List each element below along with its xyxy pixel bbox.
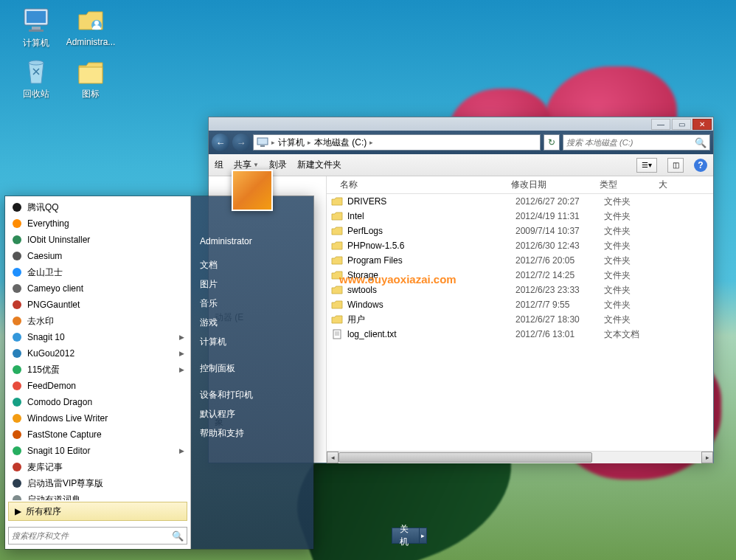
file-row[interactable]: log_client.txt2012/7/6 13:01文本文档 (327, 327, 713, 342)
start-program-item[interactable]: PNGGauntlet (5, 297, 190, 313)
start-program-item[interactable]: 金山卫士 (5, 264, 190, 280)
program-icon (11, 331, 23, 343)
file-row[interactable]: Intel2012/4/19 11:31文件夹 (327, 209, 713, 224)
svg-point-20 (13, 317, 21, 325)
start-username[interactable]: Administrator (191, 232, 313, 251)
start-program-item[interactable]: Cameyo client (5, 280, 190, 297)
start-right-item[interactable]: 计算机 (191, 332, 313, 351)
back-button[interactable]: ← (212, 134, 229, 151)
start-right-item[interactable]: 控制面板 (191, 359, 313, 378)
start-program-item[interactable]: 115优蛋▶ (5, 362, 190, 378)
svg-point-15 (13, 235, 21, 244)
breadcrumb[interactable]: ▸ 计算机 ▸ 本地磁盘 (C:) ▸ (253, 134, 541, 151)
desktop-icon-computer[interactable]: 计算机 (10, 6, 62, 49)
start-program-item[interactable]: Comodo Dragon (5, 394, 190, 410)
start-program-item[interactable]: Windows Live Writer (5, 410, 190, 426)
scroll-left-button[interactable]: ◂ (327, 452, 339, 463)
refresh-button[interactable]: ↻ (544, 134, 560, 151)
program-icon (11, 364, 23, 376)
search-input[interactable] (566, 138, 695, 147)
start-right-item[interactable]: 音乐 (191, 294, 313, 313)
user-avatar[interactable] (232, 170, 273, 211)
program-icon (11, 299, 23, 311)
start-right-item[interactable]: 默认程序 (191, 404, 313, 424)
close-button[interactable]: ✕ (692, 119, 712, 130)
program-label: 金山卫士 (27, 266, 184, 279)
file-row[interactable]: Windows2012/7/7 9:55文件夹 (327, 297, 713, 312)
file-row[interactable]: DRIVERS2012/6/27 20:27文件夹 (327, 194, 713, 209)
svg-point-13 (13, 203, 21, 212)
maximize-button[interactable]: ▭ (672, 119, 691, 130)
start-right-item[interactable]: 游戏 (191, 313, 313, 332)
start-search-input[interactable] (12, 531, 172, 540)
desktop-icon-admin[interactable]: Administra... (65, 6, 117, 49)
file-name: PerfLogs (347, 226, 515, 236)
program-icon (11, 412, 23, 424)
column-type[interactable]: 类型 (600, 179, 659, 191)
file-row[interactable]: PerfLogs2009/7/14 10:37文件夹 (327, 224, 713, 238)
shutdown-options-button[interactable]: ▸ (420, 528, 427, 544)
file-row[interactable]: Program Files2012/7/6 20:05文件夹 (327, 253, 713, 268)
svg-rect-3 (29, 30, 44, 32)
file-date: 2012/7/2 14:25 (515, 270, 604, 280)
view-mode-button[interactable]: ☰▾ (636, 158, 657, 173)
desktop-icon-folder[interactable]: 图标 (65, 57, 117, 100)
search-icon: 🔍 (172, 530, 184, 542)
start-right-item[interactable]: 文档 (191, 255, 313, 274)
breadcrumb-segment[interactable]: 本地磁盘 (C:) (314, 136, 367, 149)
all-programs-button[interactable]: ▶ 所有程序 (8, 502, 187, 521)
start-right-item[interactable]: 设备和打印机 (191, 385, 313, 404)
chevron-right-icon: ▶ (179, 366, 184, 373)
start-program-item[interactable]: 启动有道词典 (5, 491, 190, 500)
svg-point-29 (13, 463, 21, 471)
scroll-track[interactable] (339, 452, 701, 463)
file-row[interactable]: 用户2012/6/27 18:30文件夹 (327, 312, 713, 327)
column-name[interactable]: 名称 (327, 179, 511, 191)
start-program-item[interactable]: KuGou2012▶ (5, 345, 190, 362)
toolbar-organize[interactable]: 组 (215, 159, 223, 171)
program-icon (11, 445, 23, 457)
chevron-right-icon: ▶ (179, 350, 184, 357)
start-program-item[interactable]: 去水印 (5, 313, 190, 329)
start-program-item[interactable]: Caesium (5, 248, 190, 264)
desktop-icon-label: 计算机 (23, 37, 49, 49)
desktop-icon-recycle[interactable]: 回收站 (10, 57, 62, 100)
program-icon (11, 396, 23, 408)
start-program-item[interactable]: Snagit 10▶ (5, 329, 190, 345)
forward-button[interactable]: → (232, 134, 250, 151)
start-right-item[interactable]: 帮助和支持 (191, 424, 313, 443)
start-program-item[interactable]: 腾讯QQ (5, 199, 190, 215)
file-row[interactable]: Storage2012/7/2 14:25文件夹 (327, 268, 713, 283)
start-program-item[interactable]: 启动迅雷VIP尊享版 (5, 475, 190, 491)
toolbar-newfolder[interactable]: 新建文件夹 (297, 159, 341, 171)
start-program-item[interactable]: Snagit 10 Editor▶ (5, 443, 190, 459)
start-program-item[interactable]: Everything (5, 215, 190, 232)
window-titlebar[interactable]: — ▭ ✕ (209, 117, 713, 131)
desktop-icon-label: 回收站 (23, 88, 49, 100)
file-row[interactable]: PHPnow-1.5.62012/6/30 12:43文件夹 (327, 238, 713, 253)
program-label: FastStone Capture (27, 429, 184, 440)
column-date[interactable]: 修改日期 (511, 179, 600, 191)
svg-point-21 (13, 333, 21, 342)
file-date: 2012/7/7 9:55 (515, 300, 604, 310)
file-date: 2009/7/14 10:37 (515, 226, 604, 236)
svg-point-23 (13, 365, 21, 374)
start-right-item[interactable]: 图片 (191, 274, 313, 294)
breadcrumb-segment[interactable]: 计算机 (278, 136, 305, 149)
column-size[interactable]: 大 (659, 179, 713, 191)
horizontal-scrollbar[interactable]: ◂ ▸ (327, 451, 713, 463)
minimize-button[interactable]: — (651, 119, 670, 130)
start-program-item[interactable]: FastStone Capture (5, 426, 190, 443)
file-row[interactable]: swtools2012/6/23 23:33文件夹 (327, 283, 713, 297)
scroll-right-button[interactable]: ▸ (701, 452, 713, 463)
start-search-box[interactable]: 🔍 (8, 527, 187, 545)
preview-pane-button[interactable]: ◫ (667, 158, 684, 173)
start-program-item[interactable]: 麦库记事 (5, 459, 190, 475)
start-program-item[interactable]: FeedDemon (5, 378, 190, 394)
start-program-item[interactable]: IObit Uninstaller (5, 232, 190, 248)
scroll-thumb[interactable] (339, 452, 592, 463)
file-type: 文件夹 (604, 225, 663, 238)
shutdown-button[interactable]: 关机 (392, 528, 420, 544)
help-button[interactable]: ? (694, 159, 707, 172)
explorer-search[interactable]: 🔍 (563, 134, 710, 151)
